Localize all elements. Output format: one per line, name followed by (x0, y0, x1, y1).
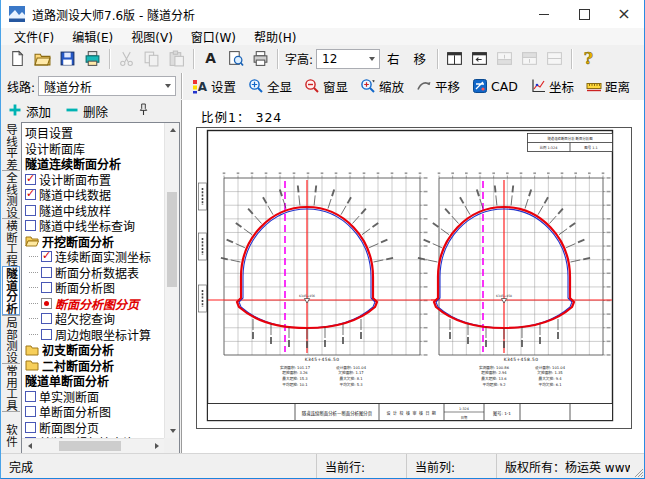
tab-cross-section-engineering[interactable]: 横断工程 (2, 218, 20, 266)
checkbox-unchecked-icon[interactable] (25, 220, 36, 231)
tree-item-tunnel-centerline-stakeout[interactable]: 隧道中线放样 (25, 203, 164, 219)
tree-item-secondary-lining-analysis[interactable]: 二衬断面分析 (25, 358, 164, 374)
line-combo[interactable]: 隧道分析 (38, 76, 176, 96)
tree-item-label: 隧道中线数据 (39, 186, 111, 203)
checkbox-unchecked-icon[interactable] (25, 205, 36, 216)
tree-item-excavation-section-analysis[interactable]: 开挖断面分析 (25, 234, 164, 250)
tree-item-design-section-layout[interactable]: 设计断面布置 (25, 172, 164, 188)
horizontal-scroll-thumb[interactable] (59, 441, 121, 451)
minimize-button[interactable] (524, 0, 564, 28)
drawing-canvas[interactable]: 比例1： 324 隧道连续断面分析 断面分析图比例 1:324图号 1-1隧道连… (181, 100, 644, 454)
distance-button[interactable]: 距离 (580, 74, 636, 98)
tree-item-continuous-section-measured-coords[interactable]: 连续断面实测坐标 (25, 249, 164, 265)
paste-button[interactable] (164, 46, 189, 71)
checkbox-checked-icon[interactable] (41, 251, 52, 262)
coords-button[interactable]: 坐标 (524, 74, 580, 98)
checkbox-checked-icon[interactable] (25, 174, 36, 185)
zoom-button[interactable]: 缩放 (354, 74, 410, 98)
checkbox-unchecked-icon[interactable] (25, 391, 36, 402)
svg-text:K345+456.50: K345+456.50 (305, 357, 340, 362)
menu-item-view[interactable]: 视图(V) (122, 28, 182, 45)
menu-item-help[interactable]: 帮助(H) (245, 28, 305, 45)
save-button[interactable] (55, 46, 80, 71)
scroll-right-icon[interactable] (149, 439, 164, 454)
tab-common-tools[interactable]: 常用工具 (2, 363, 20, 411)
chevron-down-icon (364, 57, 379, 61)
radio-selected-icon[interactable] (41, 298, 52, 309)
print-preview-button[interactable] (223, 46, 248, 71)
tree-item-section-chart-paging[interactable]: 断面图分页 (25, 420, 164, 436)
line-combo-value: 隧道分析 (44, 78, 92, 95)
svg-text:A: A (205, 50, 216, 66)
print-preview-icon (227, 50, 244, 67)
tree-item-over-under-excavation-query[interactable]: 超欠挖查询 (25, 311, 164, 327)
open-file-button[interactable] (30, 46, 55, 71)
checkbox-unchecked-icon[interactable] (25, 406, 36, 417)
tree-item-design-section-library[interactable]: 设计断面库 (25, 141, 164, 157)
checkbox-checked-icon[interactable] (25, 189, 36, 200)
tree-item-section-analysis-table[interactable]: 断面分析数据表 (25, 265, 164, 281)
tree-item-project-settings[interactable]: 项目设置 (25, 125, 164, 141)
window-layout-3-button[interactable] (492, 46, 517, 71)
maximize-button[interactable] (564, 0, 604, 28)
tree-horizontal-scrollbar[interactable] (22, 438, 164, 453)
scroll-down-icon[interactable] (165, 424, 180, 438)
pin-button[interactable] (138, 103, 149, 119)
window-layout-1-button[interactable] (442, 46, 467, 71)
checkbox-unchecked-icon[interactable] (41, 267, 52, 278)
menu-item-file[interactable]: 文件(F) (5, 28, 63, 45)
window-zoom-button[interactable]: 窗显 (298, 74, 354, 98)
svg-text:K345+456: K345+456 (299, 294, 315, 298)
pan-button[interactable]: 平移 (410, 74, 466, 98)
window-layout-2-button[interactable] (467, 46, 492, 71)
tab-local-survey[interactable]: 局部测设 (2, 315, 20, 363)
tree-item-section-analysis-chart[interactable]: 断面分析图 (25, 280, 164, 296)
checkbox-unchecked-icon[interactable] (41, 313, 52, 324)
cut-button[interactable] (114, 46, 139, 71)
menu-item-window[interactable]: 窗口(W) (182, 28, 245, 45)
checkbox-unchecked-icon[interactable] (41, 282, 52, 293)
tree-item-label: 隧道连续断面分析 (25, 155, 121, 172)
scroll-left-icon[interactable] (22, 439, 37, 454)
window-layout-4-button[interactable] (517, 46, 542, 71)
font-height-combo[interactable]: 12 (316, 49, 380, 69)
tab-tunnel-analysis[interactable]: 隧道分析 (2, 266, 20, 315)
cad-button[interactable]: CAD (466, 74, 524, 98)
tab-software[interactable]: 软件 (2, 411, 20, 454)
tree-item-tunnel-single-section-analysis[interactable]: 隧道单断面分析 (25, 373, 164, 389)
copy-button[interactable] (139, 46, 164, 71)
tree-vertical-scrollbar[interactable] (164, 123, 179, 438)
tab-traverse-adjustment[interactable]: 导线平差 (2, 123, 20, 170)
tree-item-single-measured-section[interactable]: 单实测断面 (25, 389, 164, 405)
checkbox-unchecked-icon[interactable] (41, 329, 52, 340)
tree-item-tunnel-centerline-data[interactable]: 隧道中线数据 (25, 187, 164, 203)
distance-button-label: 距离 (605, 77, 630, 96)
right-button[interactable]: 右 (380, 49, 407, 68)
tree-item-label: 连续断面实测坐标 (55, 248, 151, 265)
tab-full-line-survey[interactable]: 全线测设 (2, 170, 20, 218)
tree-item-section-analysis-chart-paging[interactable]: 断面分析图分页 (25, 296, 164, 312)
delete-button[interactable]: 删除 (66, 102, 108, 121)
win-left-icon (471, 50, 488, 67)
tree-item-tunnel-centerline-coord-query[interactable]: 隧道中线坐标查询 (25, 218, 164, 234)
tree-item-tunnel-continuous-analysis[interactable]: 隧道连续断面分析 (25, 156, 164, 172)
fit-all-button[interactable]: 全显 (242, 74, 298, 98)
window-layout-5-button[interactable] (542, 46, 567, 71)
resize-grip[interactable] (630, 454, 644, 478)
menu-item-edit[interactable]: 编辑(E) (63, 28, 122, 45)
help-button[interactable]: ? (576, 46, 601, 71)
plot-button[interactable] (80, 46, 105, 71)
scroll-up-icon[interactable] (165, 123, 180, 137)
move-button[interactable]: 移 (407, 49, 434, 68)
settings-button[interactable]: A设置 (186, 74, 242, 98)
tree-item-peripheral-blasthole-coords[interactable]: 周边炮眼坐标计算 (25, 327, 164, 343)
close-button[interactable]: × (604, 0, 644, 28)
font-style-button[interactable]: A (198, 46, 223, 71)
vertical-scroll-thumb[interactable] (167, 192, 177, 287)
print-button[interactable] (248, 46, 273, 71)
tree-item-initial-support-analysis[interactable]: 初支断面分析 (25, 342, 164, 358)
checkbox-unchecked-icon[interactable] (25, 422, 36, 433)
tree-item-single-section-chart[interactable]: 单断面分析图 (25, 404, 164, 420)
new-file-button[interactable] (5, 46, 30, 71)
add-button[interactable]: 添加 (9, 102, 51, 121)
